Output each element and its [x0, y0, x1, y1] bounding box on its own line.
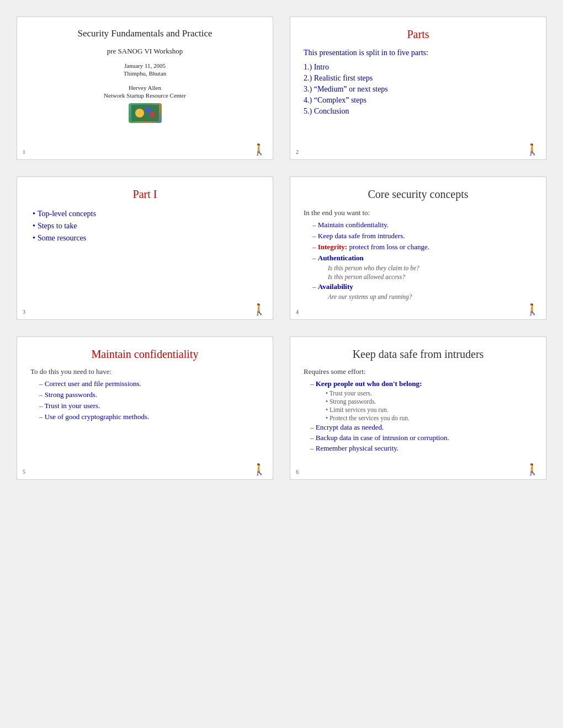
list-item: – Trust in your users. [36, 402, 259, 410]
svg-point-3 [150, 112, 155, 117]
list-item: •Steps to take [30, 222, 259, 231]
slide1-location: Thimphu, Bhutan [30, 70, 259, 77]
list-item-sub: Is this person who they claim to be? [308, 265, 533, 271]
slide6-intro: Requires some effort: [304, 367, 533, 376]
slide2-num: 2 [296, 149, 299, 155]
list-item: – Keep data safe from intruders. [308, 232, 533, 240]
slide-3: Part I •Top-level concepts •Steps to tak… [17, 176, 273, 320]
list-item: – Maintain confidentiality. [308, 221, 533, 229]
list-item: 3.) “Medium” or next steps [304, 85, 533, 94]
list-item-sub: Strong passwords. [308, 398, 533, 405]
slide2-person-icon: 🚶 [525, 143, 539, 156]
slide6-list: – Keep people out who don't belong: Trus… [304, 379, 533, 454]
slide1-author: Hervey Allen [30, 84, 259, 91]
slide6-title: Keep data safe from intruders [304, 348, 533, 361]
list-item: 2.) Realistic first steps [304, 74, 533, 83]
slide1-num: 1 [23, 149, 25, 155]
slide-6: Keep data safe from intruders Requires s… [290, 336, 546, 480]
slide4-num: 4 [296, 309, 299, 315]
list-item: – Remember physical security. [308, 444, 533, 453]
slide3-title: Part I [30, 188, 259, 201]
list-item: – Strong passwords. [36, 390, 259, 399]
list-item-sub: Protect the services you do run. [308, 415, 533, 421]
list-item: – Use of good cryptographic methods. [36, 413, 259, 421]
logo-image [129, 103, 162, 123]
authentication-label: Authentication [318, 254, 364, 262]
slide3-person-icon: 🚶 [252, 303, 266, 316]
list-item-sub: Is this person allowed access? [308, 274, 533, 280]
slide5-person-icon: 🚶 [252, 463, 266, 476]
list-item: – Availability [308, 282, 533, 291]
list-item: – Keep people out who don't belong: [308, 379, 533, 388]
slide1-date: January 11, 2005 [30, 62, 259, 69]
slide4-list: – Maintain confidentiality. – Keep data … [304, 221, 533, 302]
slide-5: Maintain confidentiality To do this you … [17, 336, 273, 480]
slide1-title: Security Fundamentals and Practice [30, 28, 259, 39]
list-item: 5.) Conclusion [304, 107, 533, 116]
slide4-intro: In the end you want to: [304, 208, 533, 217]
list-item: – Authentication [308, 254, 533, 263]
slide5-intro: To do this you need to have: [30, 367, 259, 376]
list-item: 4.) “Complex” steps [304, 96, 533, 105]
slide6-num: 6 [296, 469, 299, 475]
bullet: • [33, 210, 35, 218]
slide-4: Core security concepts In the end you wa… [290, 176, 546, 320]
slide5-num: 5 [23, 469, 25, 475]
slide2-intro: This presentation is split in to five pa… [304, 47, 533, 58]
slide1-org: Network Startup Resource Center [30, 92, 259, 99]
svg-point-1 [135, 109, 144, 117]
slide-2: Parts This presentation is split in to f… [290, 17, 546, 160]
slide3-num: 3 [23, 309, 25, 315]
slide2-title: Parts [304, 28, 533, 41]
slide6-person-icon: 🚶 [525, 463, 539, 476]
slide3-list: •Top-level concepts •Steps to take •Some… [30, 210, 259, 246]
slide1-subtitle: pre SANOG VI Workshop [30, 47, 259, 56]
slide1-person-icon: 🚶 [252, 143, 266, 156]
bullet: • [33, 234, 35, 242]
list-item-sub: Trust your users. [308, 390, 533, 397]
slide2-list: 1.) Intro 2.) Realistic first steps 3.) … [304, 63, 533, 118]
slides-grid: Security Fundamentals and Practice pre S… [17, 17, 546, 480]
svg-point-2 [145, 107, 151, 114]
slide5-title: Maintain confidentiality [30, 348, 259, 361]
slide4-title: Core security concepts [304, 188, 533, 201]
list-item: – Integrity: protect from loss or change… [308, 243, 533, 251]
list-item: 1.) Intro [304, 63, 533, 72]
bullet: • [33, 222, 35, 230]
list-item: – Correct user and file permissions. [36, 379, 259, 388]
list-item: – Backup data in case of intrusion or co… [308, 433, 533, 442]
slide4-person-icon: 🚶 [525, 303, 539, 316]
list-item: •Some resources [30, 234, 259, 243]
list-item: •Top-level concepts [30, 210, 259, 218]
slide5-list: – Correct user and file permissions. – S… [30, 379, 259, 424]
list-item-sub: Limit services you run. [308, 406, 533, 413]
list-item: – Encrypt data as needed. [308, 423, 533, 432]
slide-1: Security Fundamentals and Practice pre S… [17, 17, 273, 160]
list-item-sub: Are our systems up and running? [308, 293, 533, 300]
